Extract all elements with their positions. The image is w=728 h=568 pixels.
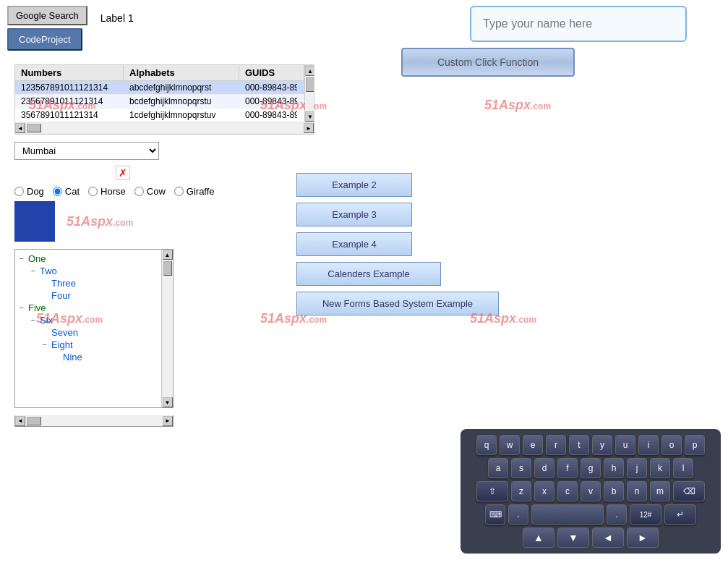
key-y[interactable]: y — [592, 435, 612, 455]
radio-cow[interactable]: Cow — [134, 186, 166, 197]
key-q[interactable]: q — [476, 435, 497, 455]
key-c[interactable]: c — [557, 481, 578, 501]
radio-giraffe[interactable]: Giraffe — [174, 186, 215, 197]
calendars-button[interactable]: Calenders Example — [296, 262, 441, 286]
key-down[interactable]: ▼ — [557, 527, 589, 548]
tree-scroll-up[interactable]: ▲ — [163, 250, 173, 260]
scroll-h-thumb[interactable] — [27, 124, 41, 132]
city-dropdown[interactable]: Mumbai Delhi Chennai Kolkata — [14, 142, 159, 160]
key-s[interactable]: s — [511, 458, 531, 478]
key-keyboard[interactable]: ⌨ — [485, 504, 505, 525]
key-m[interactable]: m — [650, 481, 670, 501]
key-right[interactable]: ► — [627, 527, 659, 548]
tree-toggle-eight[interactable]: − — [43, 341, 50, 349]
grid-container: Numbers Alphabets GUIDS 1235678910111213… — [15, 65, 314, 122]
key-r[interactable]: r — [546, 435, 566, 455]
key-j[interactable]: j — [627, 458, 647, 478]
key-shift[interactable]: ⇧ — [476, 481, 508, 501]
cell-guid-2: 000-89843-898 — [239, 95, 297, 108]
keyboard-row-3: ⇧ z x c v b n m ⌫ — [466, 481, 715, 501]
scroll-left-btn[interactable]: ◄ — [15, 123, 25, 133]
key-w[interactable]: w — [500, 435, 520, 455]
tree-h-scroll-thumb[interactable] — [27, 417, 41, 425]
key-space[interactable] — [531, 504, 604, 525]
key-up[interactable]: ▲ — [523, 527, 554, 548]
key-a[interactable]: a — [488, 458, 508, 478]
radio-horse[interactable]: Horse — [88, 186, 126, 197]
tree-scrollbar-vertical[interactable]: ▲ ▼ — [161, 250, 173, 407]
key-v[interactable]: v — [581, 481, 601, 501]
tree-node-six[interactable]: − Six — [20, 314, 157, 326]
key-backspace[interactable]: ⌫ — [673, 481, 705, 501]
key-d[interactable]: d — [534, 458, 554, 478]
right-panel: Example 2 Example 3 Example 4 Calenders … — [289, 57, 728, 427]
codeproject-button[interactable]: CodeProject — [7, 28, 82, 51]
radio-dog[interactable]: Dog — [14, 186, 44, 197]
custom-click-button[interactable]: Custom Click Function — [401, 48, 575, 77]
tree-scroll-thumb[interactable] — [163, 261, 172, 276]
key-n[interactable]: n — [627, 481, 647, 501]
key-b[interactable]: b — [604, 481, 624, 501]
tree-node-one[interactable]: − One — [20, 253, 157, 265]
tree-node-nine[interactable]: Nine — [20, 351, 157, 363]
tree-toggle-two[interactable]: − — [31, 267, 38, 275]
tree-node-two[interactable]: − Two — [20, 265, 157, 277]
key-x[interactable]: x — [534, 481, 554, 501]
radio-input-giraffe[interactable] — [174, 187, 184, 196]
tree-node-eight[interactable]: − Eight — [20, 339, 157, 351]
key-e[interactable]: e — [523, 435, 543, 455]
tree-h-scroll-left[interactable]: ◄ — [15, 416, 25, 426]
example2-button[interactable]: Example 2 — [296, 173, 412, 197]
key-l[interactable]: l — [673, 458, 693, 478]
tree-label-three: Three — [51, 278, 76, 289]
key-f[interactable]: f — [557, 458, 578, 478]
tree-scrollbar-horizontal[interactable]: ◄ ► — [14, 415, 174, 427]
key-enter[interactable]: ↵ — [664, 504, 696, 525]
key-h[interactable]: h — [604, 458, 624, 478]
key-k[interactable]: k — [650, 458, 670, 478]
tree-node-five[interactable]: − Five — [20, 302, 157, 314]
tree-toggle-one[interactable]: − — [20, 255, 27, 263]
google-search-button[interactable]: Google Search — [7, 6, 87, 25]
key-z[interactable]: z — [511, 481, 531, 501]
radio-group: Dog Cat Horse Cow Giraffe — [14, 186, 275, 197]
radio-input-dog[interactable] — [14, 187, 24, 196]
radio-input-cat[interactable] — [53, 187, 62, 196]
table-row[interactable]: 3567891011121314 1cdefghijklmnopqrstuv 0… — [15, 109, 304, 122]
tree-scroll-down[interactable]: ▼ — [163, 397, 173, 407]
radio-input-cow[interactable] — [134, 187, 144, 196]
tree-toggle-five[interactable]: − — [20, 304, 27, 312]
tree-node-three[interactable]: Three — [20, 277, 157, 289]
scroll-thumb[interactable] — [306, 77, 314, 92]
key-p[interactable]: p — [685, 435, 705, 455]
scroll-track — [305, 76, 314, 111]
key-period1[interactable]: . — [508, 504, 528, 525]
key-t[interactable]: t — [569, 435, 589, 455]
new-forms-button[interactable]: New Forms Based System Example — [296, 292, 499, 315]
key-period2[interactable]: . — [607, 504, 627, 525]
radio-cat[interactable]: Cat — [53, 186, 80, 197]
cell-alpha-3: 1cdefghijklmnopqrstuv — [124, 109, 239, 122]
table-row[interactable]: 123567891011121314 abcdefghijklmnopqrst … — [15, 81, 304, 95]
example4-button[interactable]: Example 4 — [296, 232, 412, 256]
table-row[interactable]: 23567891011121314 bcdefghijklmnopqrstu 0… — [15, 95, 304, 109]
cell-num-3: 3567891011121314 — [15, 109, 124, 122]
tree-toggle-six[interactable]: − — [31, 316, 38, 324]
keyboard-nav-row: ▲ ▼ ◄ ► — [466, 527, 715, 548]
broken-image-area: ✗ — [14, 166, 275, 180]
key-left[interactable]: ◄ — [592, 527, 624, 548]
tree-node-four[interactable]: Four — [20, 289, 157, 302]
name-input[interactable] — [470, 6, 687, 42]
example3-button[interactable]: Example 3 — [296, 203, 412, 226]
cell-alpha-2: bcdefghijklmnopqrstu — [124, 95, 239, 108]
key-o[interactable]: o — [661, 435, 682, 455]
key-12hash[interactable]: 12# — [630, 504, 661, 525]
key-g[interactable]: g — [581, 458, 601, 478]
key-u[interactable]: u — [615, 435, 635, 455]
tree-node-seven[interactable]: Seven — [20, 326, 157, 339]
tree-h-scroll-right[interactable]: ► — [163, 416, 173, 426]
cell-guid-3: 000-89843-898 — [239, 109, 297, 122]
radio-input-horse[interactable] — [88, 187, 98, 196]
grid-scrollbar-horizontal[interactable]: ◄ ► — [15, 122, 314, 134]
key-i[interactable]: i — [638, 435, 659, 455]
